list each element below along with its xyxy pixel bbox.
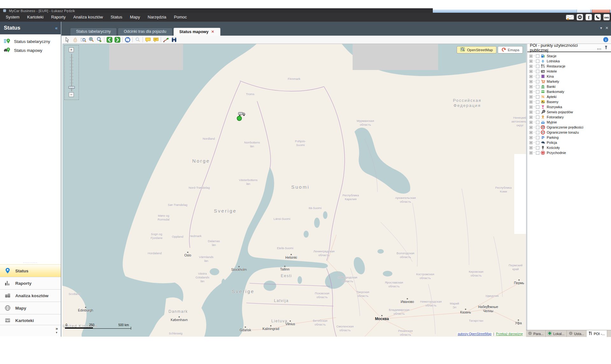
info-icon[interactable]: i [603, 37, 608, 42]
bubble-multi-icon[interactable] [152, 36, 160, 43]
tree-expander-icon[interactable] [530, 136, 532, 139]
poi-checkbox[interactable] [536, 136, 539, 139]
poi-row-restaurant[interactable]: Restauracje [527, 64, 611, 69]
tree-expander-icon[interactable] [530, 75, 532, 78]
nav-item-mapy[interactable]: Mapy [0, 302, 61, 314]
poi-checkbox[interactable] [536, 54, 539, 58]
splitter-handle[interactable]: ········· [0, 261, 61, 264]
poi-row-car-service[interactable]: Serwis pojazdów [527, 109, 611, 115]
tree-expander-icon[interactable] [530, 151, 532, 154]
pan-hand-icon[interactable] [71, 36, 79, 43]
refresh-icon[interactable] [123, 36, 131, 43]
zoom-window-icon[interactable] [79, 36, 87, 43]
donate-link[interactable]: Przekaż darowiznę [496, 332, 523, 336]
poi-checkbox[interactable] [536, 60, 539, 63]
tab-status-tabelaryczny[interactable]: Status tabelaryczny [70, 28, 117, 36]
zoom-out-small-icon[interactable] [134, 36, 142, 43]
sms-icon[interactable]: SMS [603, 14, 610, 20]
poi-checkbox[interactable] [536, 70, 539, 73]
poi-row-clinic[interactable]: Przychodnie [527, 150, 611, 155]
poi-row-fuel[interactable]: Stacje [527, 53, 611, 59]
menu-item-status[interactable]: Status [107, 13, 126, 22]
osm-authors-link[interactable]: autorzy OpenStreetMap [458, 332, 491, 336]
poi-row-car-wash[interactable]: Myjnie [527, 120, 611, 125]
pin-icon[interactable] [604, 46, 608, 51]
poi-checkbox[interactable] [536, 100, 539, 104]
tree-expander-icon[interactable] [530, 121, 532, 124]
mail-icon[interactable] [566, 14, 574, 20]
poi-checkbox[interactable] [536, 146, 539, 150]
poi-checkbox[interactable] [536, 121, 539, 124]
poi-row-pharmacy[interactable]: Apteki [527, 94, 611, 99]
layer-button-openstreetmap[interactable]: OpenStreetMap [457, 46, 496, 53]
tree-expander-icon[interactable] [530, 80, 532, 83]
poi-checkbox[interactable] [536, 126, 539, 129]
poi-row-cinema[interactable]: Kina [527, 74, 611, 79]
tree-expander-icon[interactable] [530, 101, 532, 103]
map-canvas[interactable]: NorgeSverigeSuomiSverigeРоссийская Федер… [62, 44, 526, 337]
menu-item-narz-dzia[interactable]: Narzędzia [144, 13, 170, 22]
poi-row-parking[interactable]: PParking [527, 135, 611, 140]
tree-expander-icon[interactable] [530, 95, 532, 98]
binoculars-icon[interactable] [170, 36, 178, 43]
poi-row-police[interactable]: Policja [527, 140, 611, 145]
tree-expander-icon[interactable] [530, 131, 532, 134]
tabstrip-close-icon[interactable]: ✕ [605, 26, 608, 30]
tabstrip-chevron-down-icon[interactable]: ▾ [600, 26, 602, 30]
poi-more-button[interactable]: ... [597, 46, 601, 50]
tree-expander-icon[interactable] [530, 111, 532, 114]
select-cursor-icon[interactable] [63, 36, 71, 43]
menu-item-system[interactable]: System [2, 13, 23, 22]
poi-checkbox[interactable] [536, 141, 539, 144]
tab-close-icon[interactable]: ✕ [211, 30, 214, 34]
dock-tab-poi[interactable]: POI -... [586, 330, 607, 337]
poi-row-speed-camera[interactable]: Fotoradary [527, 115, 611, 120]
vehicle-marker[interactable] [237, 116, 242, 121]
sidebar-item-status-map[interactable]: Status mapowy [0, 46, 61, 55]
poi-row-bank[interactable]: Banki [527, 84, 611, 89]
poi-checkbox[interactable] [536, 110, 539, 114]
zoom-slider-handle[interactable] [68, 86, 75, 88]
menu-item-mapy[interactable]: Mapy [126, 13, 144, 22]
nav-back-icon[interactable] [105, 36, 113, 43]
zoom-in-button[interactable]: + [69, 47, 74, 52]
tree-expander-icon[interactable] [530, 106, 532, 108]
poi-checkbox[interactable] [536, 80, 539, 83]
nav-forward-icon[interactable] [113, 36, 121, 43]
zoom-in-icon[interactable] [87, 36, 95, 43]
tree-expander-icon[interactable] [530, 60, 532, 63]
poi-checkbox[interactable] [536, 85, 539, 88]
tree-expander-icon[interactable] [530, 146, 532, 149]
route-add-icon[interactable] [162, 36, 170, 43]
tree-expander-icon[interactable] [530, 141, 532, 144]
dock-tab-usta[interactable]: Usta... [567, 330, 586, 337]
dock-tab-para[interactable]: Para... [526, 330, 546, 337]
phone-icon[interactable] [594, 14, 601, 20]
tab-status-mapowy[interactable]: Status mapowy✕ [173, 28, 221, 36]
poi-checkbox[interactable] [536, 75, 539, 78]
poi-row-church[interactable]: Kościoły [527, 145, 611, 150]
nav-chevron-down-icon[interactable]: ▾ [56, 331, 57, 334]
poi-checkbox[interactable] [536, 151, 539, 155]
tree-expander-icon[interactable] [530, 85, 532, 88]
poi-row-pool[interactable]: Baseny [527, 99, 611, 104]
menu-item-analiza-koszt-w[interactable]: Analiza kosztów [69, 13, 107, 22]
poi-checkbox[interactable] [536, 131, 539, 134]
layer-button-emapa[interactable]: Emapa [498, 46, 523, 53]
tree-expander-icon[interactable] [530, 65, 532, 68]
poi-checkbox[interactable] [536, 90, 539, 94]
dock-tab-lokal[interactable]: Lokal... [546, 330, 566, 337]
nav-item-status[interactable]: Status [0, 264, 61, 277]
collapse-panel-icon[interactable]: « [55, 22, 58, 34]
nav-item-analiza-kosztów[interactable]: Analiza kosztów [0, 289, 61, 302]
remote-support-icon[interactable] [577, 14, 583, 20]
menu-item-pomoc[interactable]: Pomoc [170, 13, 191, 22]
menu-item-kartoteki[interactable]: Kartoteki [23, 13, 47, 22]
bubble-single-icon[interactable] [144, 36, 152, 43]
poi-row-market[interactable]: Markety [527, 79, 611, 84]
tree-expander-icon[interactable] [530, 90, 532, 93]
sidebar-item-status-table[interactable]: Status tabelaryczny [0, 37, 61, 46]
poi-row-entertainment[interactable]: Rozrywka [527, 104, 611, 109]
poi-row-tonnage-limit[interactable]: 3TOgraniczenie tonażu [527, 130, 611, 135]
tree-expander-icon[interactable] [530, 116, 532, 119]
